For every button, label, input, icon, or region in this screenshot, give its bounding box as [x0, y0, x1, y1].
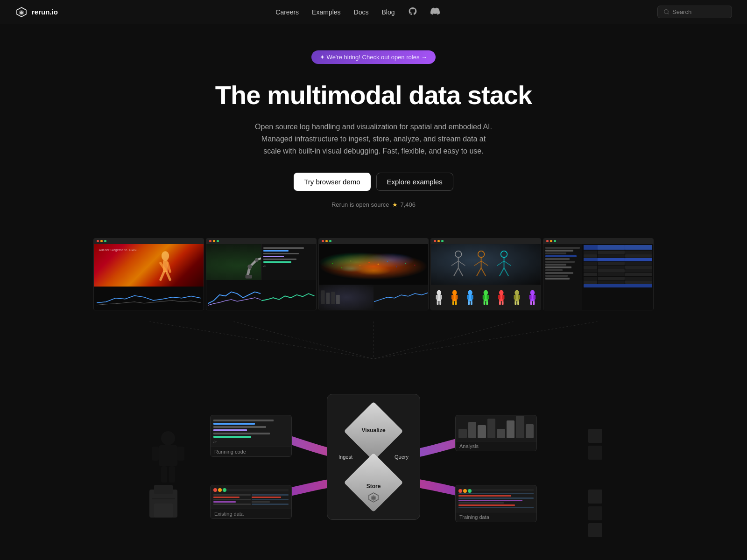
- existing-data-panel: Existing data: [210, 485, 292, 519]
- existing-data-label: Existing data: [211, 509, 291, 518]
- nav-link-docs[interactable]: Docs: [354, 8, 369, 16]
- logo-text: rerun.io: [32, 8, 58, 16]
- gallery-item-1[interactable]: Auf der Siegerserie. GWZ...: [93, 238, 204, 310]
- svg-rect-85: [529, 295, 532, 300]
- svg-rect-51: [437, 301, 439, 305]
- nav-right: Search: [657, 6, 732, 18]
- right-squares-bottom: [588, 490, 602, 537]
- visualize-label: Visualize: [336, 427, 411, 434]
- nav-link-examples[interactable]: Examples: [312, 8, 340, 16]
- search-icon: [663, 9, 669, 15]
- svg-line-92: [374, 322, 514, 359]
- logo-link[interactable]: rerun.io: [15, 6, 58, 19]
- svg-point-17: [350, 260, 351, 261]
- navbar: rerun.io Careers Examples Docs Blog Sear…: [0, 0, 747, 24]
- gallery-item-3[interactable]: >: [318, 238, 429, 310]
- svg-point-29: [455, 251, 462, 258]
- svg-rect-86: [534, 295, 536, 300]
- svg-point-35: [478, 251, 485, 258]
- svg-line-44: [504, 261, 511, 266]
- hiring-badge[interactable]: ✦ We're hiring! Check out open roles →: [311, 50, 436, 64]
- try-demo-button[interactable]: Try browser demo: [294, 173, 370, 191]
- svg-rect-49: [436, 295, 438, 300]
- svg-rect-79: [514, 295, 516, 300]
- svg-rect-70: [486, 301, 488, 305]
- svg-line-38: [481, 261, 488, 266]
- svg-rect-58: [455, 301, 457, 305]
- svg-line-31: [451, 261, 458, 266]
- svg-rect-52: [440, 301, 442, 305]
- svg-point-71: [499, 290, 504, 295]
- star-count: 7,406: [401, 201, 416, 208]
- svg-point-83: [530, 290, 535, 295]
- query-label: Query: [395, 454, 409, 460]
- screen-mockup-5: [543, 238, 653, 310]
- svg-rect-56: [456, 295, 458, 300]
- github-icon[interactable]: [408, 7, 417, 18]
- svg-line-93: [374, 322, 598, 359]
- gallery-item-2[interactable]: />: [206, 238, 317, 310]
- svg-point-94: [161, 431, 175, 445]
- gallery-item-5[interactable]: [543, 238, 654, 310]
- screen-mockup-3: >: [319, 238, 429, 310]
- hero-section: ✦ We're hiring! Check out open roles → T…: [0, 24, 747, 227]
- hero-buttons: Try browser demo Explore examples: [11, 173, 736, 191]
- right-squares-top: [588, 429, 602, 460]
- opensource-tag: Rerun is open source ★ 7,406: [11, 201, 736, 208]
- screen-mockup-1: Auf der Siegerserie. GWZ...: [94, 238, 204, 310]
- screen-mockup-4: [431, 238, 541, 310]
- svg-line-89: [149, 322, 374, 359]
- diagram-container: /> Running code: [117, 368, 630, 546]
- svg-point-59: [468, 290, 473, 295]
- svg-rect-81: [515, 301, 517, 305]
- nav-links: Careers Examples Docs Blog: [275, 7, 439, 18]
- training-data-panel: Training data: [455, 485, 537, 522]
- nav-link-blog[interactable]: Blog: [381, 8, 395, 16]
- svg-rect-97: [177, 447, 184, 461]
- svg-rect-63: [468, 301, 470, 305]
- svg-rect-64: [471, 301, 472, 305]
- search-placeholder: Search: [672, 8, 691, 15]
- svg-line-43: [497, 261, 504, 266]
- svg-rect-73: [498, 295, 500, 300]
- svg-point-22: [396, 266, 397, 267]
- svg-point-1: [162, 251, 169, 260]
- svg-rect-27: [331, 292, 335, 304]
- opensource-label: Rerun is open source: [331, 201, 389, 208]
- nav-link-careers[interactable]: Careers: [275, 8, 299, 16]
- svg-rect-55: [451, 295, 454, 300]
- training-data-label: Training data: [456, 512, 536, 522]
- explore-examples-button[interactable]: Explore examples: [376, 173, 453, 191]
- discord-icon[interactable]: [430, 7, 440, 18]
- box-icon-left: [145, 480, 182, 529]
- search-box[interactable]: Search: [657, 6, 732, 18]
- svg-point-47: [437, 290, 442, 295]
- svg-rect-74: [502, 295, 505, 300]
- analysis-label: Analysis: [456, 441, 536, 451]
- hero-title: The multimodal data stack: [11, 81, 736, 110]
- svg-line-6: [167, 272, 170, 280]
- svg-point-11: [247, 264, 252, 269]
- svg-rect-102: [154, 504, 173, 518]
- svg-rect-68: [487, 295, 489, 300]
- svg-rect-69: [484, 301, 486, 305]
- svg-point-20: [377, 264, 379, 265]
- svg-point-23: [405, 263, 406, 264]
- svg-rect-14: [245, 275, 252, 279]
- svg-line-90: [233, 322, 374, 359]
- gallery-item-4[interactable]: [430, 238, 541, 310]
- store-label: Store: [336, 483, 411, 490]
- svg-rect-101: [154, 485, 173, 494]
- svg-line-5: [161, 272, 164, 280]
- star-icon: ★: [392, 201, 398, 208]
- svg-rect-26: [326, 293, 330, 304]
- svg-point-65: [484, 290, 488, 295]
- svg-point-18: [359, 265, 360, 266]
- center-diagram-card: Visualize Store Ingest Query: [327, 394, 420, 520]
- dashed-connections: [0, 322, 747, 359]
- svg-rect-62: [471, 295, 473, 300]
- svg-rect-61: [467, 295, 470, 300]
- svg-line-4: [168, 263, 170, 271]
- logo-icon: [15, 6, 28, 19]
- svg-rect-75: [499, 301, 501, 305]
